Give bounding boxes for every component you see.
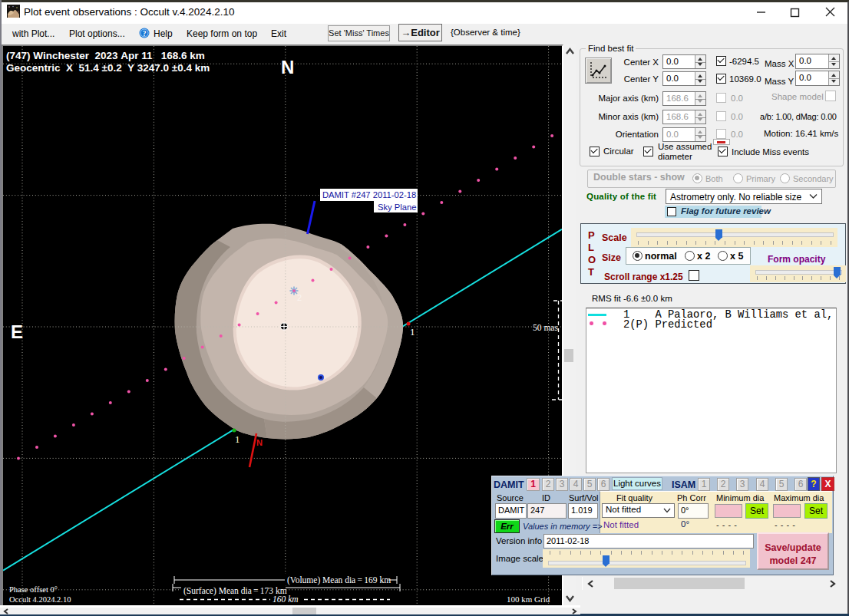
- svg-text:160 km: 160 km: [273, 595, 299, 604]
- svg-text:E: E: [11, 321, 23, 342]
- svg-text:N: N: [281, 57, 294, 77]
- svg-text:1: 1: [235, 433, 240, 445]
- svg-text:Sky Plane: Sky Plane: [378, 203, 416, 212]
- svg-text:Occult 4.2024.2.10: Occult 4.2024.2.10: [9, 595, 71, 604]
- svg-text:(747) Winchester 2023 Apr 11: (747) Winchester 2023 Apr 11 168.6 km: [6, 50, 205, 61]
- svg-text:1: 1: [410, 326, 415, 338]
- svg-text:DAMIT #247 2011-02-18: DAMIT #247 2011-02-18: [322, 190, 416, 199]
- svg-text:Geocentric X 51.4 ±0.2 Y 32: Geocentric X 51.4 ±0.2 Y 3247.0 ±0.4 km: [6, 62, 210, 74]
- svg-text:Phase offset 0°: Phase offset 0°: [9, 585, 58, 594]
- svg-text:2: 2: [297, 293, 302, 302]
- svg-text:?: ?: [143, 30, 147, 38]
- svg-text:N: N: [256, 438, 263, 447]
- svg-text:(Volume) Mean dia = 169 km: (Volume) Mean dia = 169 km: [287, 575, 391, 585]
- svg-text:100 km Grid: 100 km Grid: [507, 595, 550, 604]
- svg-text:50 mas: 50 mas: [533, 323, 558, 332]
